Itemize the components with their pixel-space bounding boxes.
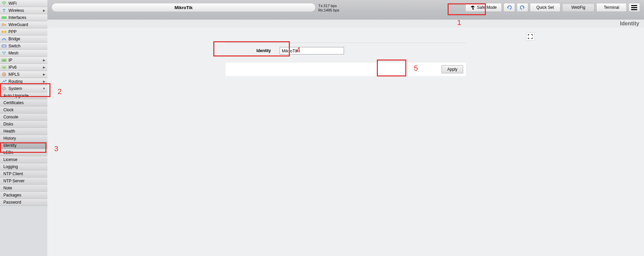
traffic-stats: Tx:317 bps Rx:1485 bps — [318, 3, 339, 13]
hamburger-icon — [631, 5, 637, 6]
topbar: MikroTik Tx:317 bps Rx:1485 bps Safe Mod… — [47, 0, 644, 20]
chevron-right-icon: ▶ — [43, 59, 45, 62]
sidebar-sub-packages[interactable]: Packages — [0, 192, 47, 199]
webfig-button[interactable]: WebFig — [562, 3, 595, 12]
sidebar-label: Mesh — [8, 51, 18, 55]
terminal-button[interactable]: Terminal — [596, 3, 627, 12]
svg-text:v6: v6 — [3, 67, 5, 69]
svg-rect-2 — [2, 17, 3, 18]
sidebar-sub-label: LEDs — [3, 150, 13, 155]
svg-rect-7 — [4, 31, 6, 33]
chevron-right-icon: ▶ — [43, 80, 45, 83]
ipv6-icon: v6 — [1, 65, 7, 70]
main: MikroTik Tx:317 bps Rx:1485 bps Safe Mod… — [47, 0, 644, 256]
sidebar-sub-console[interactable]: Console — [0, 114, 47, 121]
sidebar-label: Routing — [8, 79, 22, 84]
sidebar-sub-label: Note — [3, 186, 12, 190]
sidebar-label: WiFi — [8, 1, 17, 6]
redo-button[interactable] — [517, 3, 528, 12]
chevron-right-icon: ▶ — [43, 9, 45, 12]
quick-set-button[interactable]: Quick Set — [530, 3, 560, 12]
sidebar-sub-clock[interactable]: Clock — [0, 107, 47, 114]
sidebar-item-mesh[interactable]: Mesh — [0, 50, 47, 57]
ports-icon — [1, 15, 7, 20]
breadcrumb-row: Identity — [47, 20, 644, 28]
identity-label: Identity — [226, 48, 280, 53]
terminal-label: Terminal — [604, 5, 619, 10]
sidebar-sub-label: Disks — [3, 122, 13, 126]
sidebar-sub-label: Certificates — [3, 100, 24, 105]
sidebar-item-switch[interactable]: Switch — [0, 43, 47, 50]
sidebar-item-bridge[interactable]: Bridge — [0, 36, 47, 43]
sidebar-item-wireguard[interactable]: WireGuard — [0, 21, 47, 28]
sidebar-sub-label: History — [3, 136, 16, 141]
apply-button[interactable]: Apply — [442, 65, 463, 73]
chevron-right-icon: ▶ — [43, 66, 45, 69]
svg-point-0 — [4, 4, 5, 5]
sidebar-label: IP — [8, 58, 12, 63]
sidebar-item-wifi[interactable]: WiFi — [0, 0, 47, 7]
sidebar-sub-ntp-client[interactable]: NTP Client — [0, 170, 47, 178]
sidebar-sub-license[interactable]: License — [0, 156, 47, 163]
undo-icon — [507, 5, 512, 10]
sidebar-sub-history[interactable]: History — [0, 135, 47, 142]
page-title: MikroTik — [174, 5, 192, 10]
svg-text:255: 255 — [2, 60, 6, 62]
sidebar-item-system[interactable]: System ▼ — [0, 85, 47, 92]
sidebar-sub-certificates[interactable]: Certificates — [0, 99, 47, 107]
sidebar-label: IPv6 — [8, 65, 17, 70]
fullscreen-button[interactable] — [526, 32, 534, 41]
wifi-icon — [1, 1, 7, 6]
sidebar-sub-label: Logging — [3, 164, 18, 169]
apply-row: Apply — [226, 63, 466, 76]
sidebar-sub-health[interactable]: Health — [0, 128, 47, 135]
sidebar-sub-disks[interactable]: Disks — [0, 121, 47, 128]
sidebar-sub-label: Packages — [3, 193, 21, 197]
sidebar-sub-logging[interactable]: Logging — [0, 163, 47, 170]
ppp-icon — [1, 29, 7, 34]
sidebar-item-routing[interactable]: Routing ▶ — [0, 78, 47, 85]
sidebar-label: Bridge — [8, 37, 20, 41]
sidebar-item-ip[interactable]: 255 IP ▶ — [0, 57, 47, 64]
sidebar-item-ppp[interactable]: PPP — [0, 28, 47, 36]
sidebar-sub-label: License — [3, 157, 17, 162]
sidebar-sub-label: NTP Client — [3, 171, 23, 176]
ip-icon: 255 — [1, 57, 7, 63]
sidebar-item-ipv6[interactable]: v6 IPv6 ▶ — [0, 64, 47, 71]
menu-button[interactable] — [628, 3, 640, 12]
sidebar-item-mpls[interactable]: MPLS ▶ — [0, 71, 47, 78]
identity-input[interactable] — [280, 47, 344, 54]
sidebar-label: Wireless — [8, 8, 24, 13]
sidebar-sub-password[interactable]: Password — [0, 199, 47, 206]
sidebar-sub-note[interactable]: Note — [0, 185, 47, 192]
sidebar-label: System — [8, 86, 22, 91]
antenna-icon — [1, 8, 7, 13]
titlebar: MikroTik — [51, 3, 316, 12]
sidebar-sub-label: Health — [3, 129, 15, 134]
safe-mode-button[interactable]: Safe Mode — [465, 3, 502, 12]
svg-point-18 — [4, 88, 5, 89]
key-icon — [1, 22, 7, 27]
sidebar-sub-ntp-server[interactable]: NTP Server — [0, 178, 47, 185]
sidebar-sub-leds[interactable]: LEDs — [0, 149, 47, 156]
gear-icon — [1, 86, 7, 91]
content: Identity Apply — [47, 28, 644, 256]
sidebar-sub-label: NTP Server — [3, 179, 24, 183]
sidebar-sub-identity[interactable]: Identity — [0, 142, 47, 149]
sidebar-label: WireGuard — [8, 22, 28, 27]
sidebar-sub-label: Password — [3, 200, 21, 205]
switch-icon — [1, 43, 7, 49]
mesh-icon — [1, 50, 7, 56]
svg-rect-3 — [4, 17, 4, 18]
sidebar-item-interfaces[interactable]: Interfaces — [0, 14, 47, 21]
sidebar-sub-auto-upgrade[interactable]: Auto Upgrade — [0, 92, 47, 99]
sidebar-label: MPLS — [8, 72, 20, 77]
sidebar-sub-label: Console — [3, 115, 18, 119]
rx-stat: Rx:1485 bps — [318, 8, 339, 13]
sidebar-label: Switch — [8, 44, 20, 48]
top-actions: Safe Mode Quick Set WebFig Terminal — [465, 3, 640, 12]
sidebar-label: PPP — [8, 29, 17, 34]
undo-button[interactable] — [503, 3, 515, 12]
sidebar-item-wireless[interactable]: Wireless ▶ — [0, 7, 47, 14]
safe-mode-label: Safe Mode — [477, 5, 497, 10]
